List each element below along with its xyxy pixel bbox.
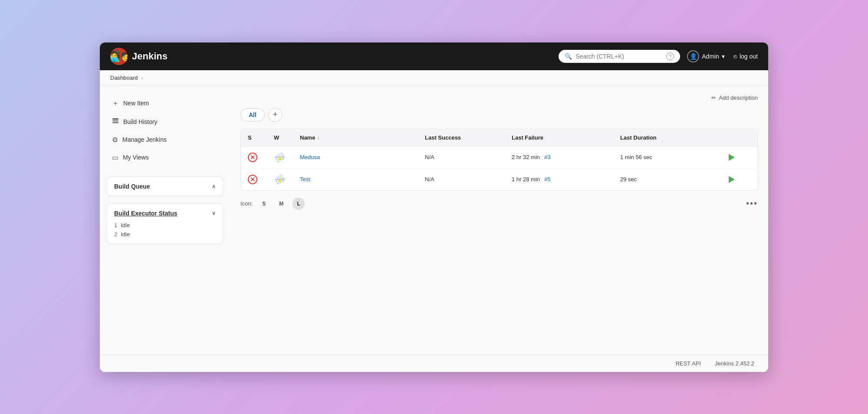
sidebar: ＋ New Item Build History ⚙ Mana	[100, 86, 230, 355]
build-executor-section: Build Executor Status ∨ 1 Idle 2 Idle	[107, 203, 223, 244]
build-queue-section: Build Queue ∧	[107, 176, 223, 196]
medusa-status-icon: ✕	[248, 153, 257, 162]
tab-add-button[interactable]: +	[268, 108, 282, 122]
table-row: ✕ ⛈️ Test N/A 1 hr 28 min #5	[241, 169, 757, 190]
search-input[interactable]	[575, 53, 663, 60]
row-medusa-weather: ⛈️	[274, 152, 300, 163]
sidebar-item-new-item-label: New Item	[123, 100, 149, 107]
sidebar-item-build-history-label: Build History	[123, 118, 158, 125]
medusa-weather-icon: ⛈️	[274, 152, 286, 163]
icon-size-l[interactable]: L	[293, 198, 305, 210]
row-medusa-run	[729, 154, 750, 161]
name-sort-icon: ↓	[317, 135, 319, 140]
svg-rect-1	[112, 121, 118, 121]
medusa-job-link[interactable]: Medusa	[300, 154, 320, 160]
manage-jenkins-icon: ⚙	[112, 136, 118, 144]
col-header-w: W	[274, 134, 300, 141]
sidebar-item-my-views-label: My Views	[123, 154, 149, 161]
search-box[interactable]: 🔍 ?	[559, 50, 680, 63]
executor-1-num: 1	[114, 222, 117, 228]
logout-icon: ⎋	[733, 53, 737, 60]
icon-size-s[interactable]: S	[258, 198, 270, 210]
medusa-failure-build-link[interactable]: #3	[544, 154, 550, 160]
rest-api-link[interactable]: REST API	[676, 360, 701, 367]
breadcrumb: Dashboard ›	[100, 70, 768, 86]
sidebar-item-new-item[interactable]: ＋ New Item	[107, 95, 223, 112]
logout-button[interactable]: ⎋ log out	[733, 53, 758, 60]
medusa-run-icon	[729, 154, 735, 161]
table-header: S W Name ↓ Last Success Last Failure	[241, 129, 757, 147]
admin-button[interactable]: 👤 Admin ▾	[687, 50, 725, 62]
row-test-weather: ⛈️	[274, 174, 300, 185]
executor-2-status: Idle	[121, 231, 130, 238]
medusa-run-button[interactable]	[729, 154, 735, 161]
row-medusa-name: Medusa	[300, 154, 425, 160]
build-executor-title: Build Executor Status	[114, 210, 177, 217]
col-header-last-duration: Last Duration	[620, 134, 729, 141]
edit-icon: ✏	[711, 95, 716, 101]
row-medusa-status: ✕	[248, 153, 274, 162]
logo[interactable]: 🧑 Jenkins	[110, 48, 168, 65]
executor-1-status: Idle	[121, 222, 130, 228]
col-header-s: S	[248, 134, 274, 141]
test-weather-icon: ⛈️	[274, 174, 286, 185]
build-history-icon	[112, 117, 119, 126]
main-layout: ＋ New Item Build History ⚙ Mana	[100, 86, 768, 355]
header-actions: 👤 Admin ▾ ⎋ log out	[687, 50, 758, 62]
row-medusa-last-success: N/A	[425, 154, 512, 160]
content-area: ✏ Add description All + S W	[230, 86, 768, 355]
row-test-name: Test	[300, 176, 425, 183]
jenkins-avatar: 🧑	[110, 48, 128, 65]
svg-rect-2	[112, 122, 118, 123]
row-medusa-last-duration: 1 min 56 sec	[620, 154, 729, 160]
test-job-link[interactable]: Test	[300, 176, 310, 183]
executor-item-1: 1 Idle	[114, 222, 216, 228]
search-help-icon[interactable]: ?	[666, 52, 674, 60]
admin-chevron-icon: ▾	[722, 53, 725, 60]
logout-label: log out	[740, 53, 758, 60]
build-queue-header[interactable]: Build Queue ∧	[114, 183, 216, 190]
test-run-icon	[729, 176, 735, 183]
row-test-run	[729, 176, 750, 183]
test-run-button[interactable]	[729, 176, 735, 183]
icon-size-row: Icon: S M L •••	[240, 198, 758, 210]
sidebar-item-manage-jenkins-label: Manage Jenkins	[122, 136, 167, 143]
row-test-last-duration: 29 sec	[620, 176, 729, 183]
more-options-button[interactable]: •••	[746, 199, 758, 209]
build-queue-title: Build Queue	[114, 183, 150, 190]
search-icon: 🔍	[565, 53, 572, 60]
tab-all[interactable]: All	[240, 108, 265, 121]
tabs-row: All +	[240, 108, 758, 122]
build-executor-chevron: ∨	[212, 210, 216, 216]
content-header: ✏ Add description	[240, 95, 758, 101]
jenkins-version: Jenkins 2.452.2	[715, 360, 754, 367]
breadcrumb-dashboard[interactable]: Dashboard	[110, 75, 138, 81]
breadcrumb-separator: ›	[141, 75, 143, 81]
my-views-icon: ▭	[112, 153, 118, 162]
row-test-last-success: N/A	[425, 176, 512, 183]
header: 🧑 Jenkins 🔍 ? 👤 Admin ▾ ⎋ log out	[100, 42, 768, 70]
sidebar-item-build-history[interactable]: Build History	[107, 113, 223, 130]
executor-list: 1 Idle 2 Idle	[114, 222, 216, 238]
test-failure-build-link[interactable]: #5	[544, 176, 550, 183]
icon-size-m[interactable]: M	[275, 198, 287, 210]
col-header-name[interactable]: Name ↓	[300, 134, 425, 141]
executor-item-2: 2 Idle	[114, 231, 216, 238]
page-footer: REST API Jenkins 2.452.2	[100, 355, 768, 372]
build-queue-chevron: ∧	[212, 183, 216, 189]
admin-label: Admin	[702, 53, 719, 60]
row-medusa-last-failure: 2 hr 32 min #3	[512, 154, 620, 160]
sidebar-item-manage-jenkins[interactable]: ⚙ Manage Jenkins	[107, 131, 223, 148]
svg-rect-0	[112, 118, 118, 120]
col-header-last-success: Last Success	[425, 134, 512, 141]
build-executor-header[interactable]: Build Executor Status ∨	[114, 210, 216, 217]
app-title: Jenkins	[132, 51, 168, 62]
sidebar-nav: ＋ New Item Build History ⚙ Mana	[107, 95, 223, 166]
add-description-label: Add description	[719, 95, 758, 101]
icon-label: Icon:	[240, 200, 253, 207]
add-description-button[interactable]: ✏ Add description	[711, 95, 758, 101]
test-status-icon: ✕	[248, 175, 257, 184]
executor-2-num: 2	[114, 231, 117, 238]
col-header-actions	[729, 134, 750, 141]
sidebar-item-my-views[interactable]: ▭ My Views	[107, 149, 223, 166]
